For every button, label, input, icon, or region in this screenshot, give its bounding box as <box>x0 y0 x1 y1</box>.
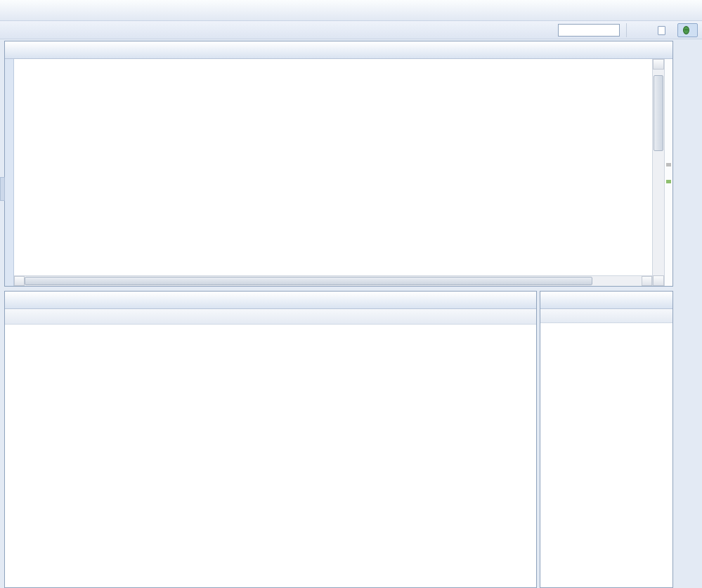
scroll-right-button[interactable] <box>642 276 652 286</box>
scroll-down-button[interactable] <box>653 275 664 286</box>
scroll-left-button[interactable] <box>14 276 25 286</box>
perspective-cpp-button[interactable] <box>652 23 674 37</box>
overview-occurrence-mark[interactable] <box>666 163 671 166</box>
code-editor[interactable] <box>14 59 652 286</box>
debug-tabbar <box>540 292 672 309</box>
restore-left-view-button[interactable] <box>0 177 5 201</box>
editor-body <box>5 59 672 286</box>
hscroll-thumb[interactable] <box>25 277 592 285</box>
vertical-scrollbar[interactable] <box>652 59 664 286</box>
console-view <box>4 291 537 588</box>
perspective-bar <box>0 21 702 39</box>
minimized-views-rail-bottom <box>676 291 700 389</box>
overview-current-line-mark[interactable] <box>666 180 671 183</box>
console-tabbar <box>5 292 536 309</box>
scroll-up-button[interactable] <box>653 59 664 70</box>
eclipse-workbench <box>0 0 702 588</box>
console-output[interactable] <box>5 325 536 587</box>
quick-access-input[interactable] <box>558 24 620 37</box>
main-toolbar <box>0 0 702 21</box>
vscroll-thumb[interactable] <box>654 75 663 151</box>
minimized-views-rail-top <box>676 41 700 287</box>
perspective-debug-button[interactable] <box>677 23 698 37</box>
console-toolbar <box>5 309 536 325</box>
vscroll-track[interactable] <box>653 70 664 275</box>
debug-perspective-icon <box>683 26 689 34</box>
debug-launch-tree[interactable] <box>540 323 672 587</box>
debug-toolbar <box>540 309 672 323</box>
annotation-ruler[interactable] <box>5 59 14 286</box>
perspective-switcher <box>558 21 698 39</box>
toolbar-separator <box>626 23 627 37</box>
editor-tabbar <box>5 41 672 59</box>
open-perspective-button[interactable] <box>633 22 649 38</box>
hscroll-track[interactable] <box>25 276 642 286</box>
cpp-perspective-icon <box>658 26 665 35</box>
editor-area <box>4 41 673 287</box>
debug-view <box>540 291 673 588</box>
horizontal-scrollbar[interactable] <box>14 275 652 286</box>
code-lines <box>14 62 652 275</box>
overview-ruler[interactable] <box>664 59 672 286</box>
